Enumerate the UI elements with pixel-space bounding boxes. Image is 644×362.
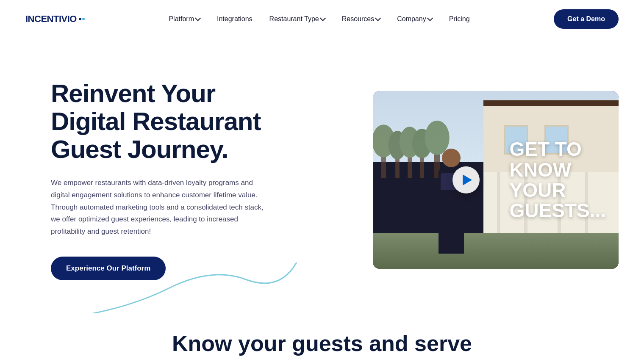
hero-section: Reinvent Your Digital Restaurant Guest J… (0, 38, 644, 313)
nav-pricing[interactable]: Pricing (442, 12, 477, 26)
get-demo-button[interactable]: Get a Demo (554, 9, 619, 29)
chevron-down-icon (375, 15, 381, 21)
logo-dot-1 (79, 18, 81, 20)
hero-title: Reinvent Your Digital Restaurant Guest J… (51, 80, 297, 163)
hero-description: We empower restaurants with data-driven … (51, 177, 271, 238)
bottom-section: Know your guests and serve (0, 313, 644, 362)
nav-company[interactable]: Company (390, 12, 439, 26)
chevron-down-icon (427, 15, 433, 21)
hero-video-area: GET TO KNOW YOUR GUESTS... (297, 91, 619, 269)
nav-platform[interactable]: Platform (162, 12, 207, 26)
video-play-button[interactable] (452, 166, 480, 193)
hero-content: Reinvent Your Digital Restaurant Guest J… (51, 80, 297, 280)
nav-restaurant-type[interactable]: Restaurant Type (263, 12, 332, 26)
bottom-title: Know your guests and serve (25, 330, 619, 356)
logo[interactable]: INCENTIVIO (25, 14, 85, 25)
experience-platform-button[interactable]: Experience Our Platform (51, 257, 166, 280)
logo-text: INCENTIVIO (25, 14, 77, 25)
chevron-down-icon (195, 15, 201, 21)
video-container: GET TO KNOW YOUR GUESTS... (373, 91, 619, 269)
logo-dots (79, 18, 85, 20)
play-icon (463, 174, 472, 185)
overlay-text: GET TO KNOW YOUR GUESTS... (510, 139, 606, 221)
video-scene: GET TO KNOW YOUR GUESTS... (373, 91, 619, 269)
main-nav: Platform Integrations Restaurant Type Re… (162, 12, 476, 26)
logo-dot-2 (82, 18, 85, 20)
nav-integrations[interactable]: Integrations (210, 12, 259, 26)
video-overlay: GET TO KNOW YOUR GUESTS... (373, 91, 619, 269)
chevron-down-icon (320, 15, 326, 21)
nav-resources[interactable]: Resources (335, 12, 387, 26)
navbar: INCENTIVIO Platform Integrations Restaur… (0, 0, 644, 38)
